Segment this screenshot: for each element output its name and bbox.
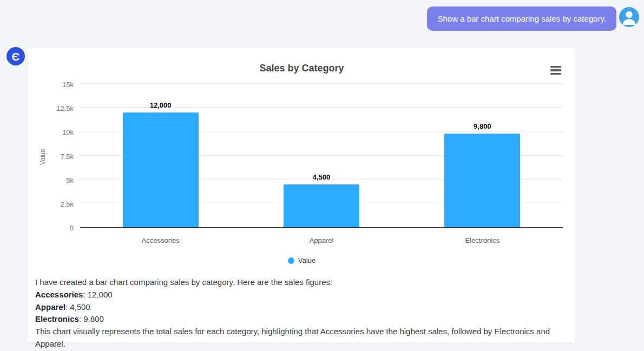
x-tick-label: Accessories (142, 236, 180, 244)
response-item: Apparel: 4,500 (35, 301, 570, 314)
menu-bar (550, 69, 561, 71)
response-text: I have created a bar chart comparing sal… (35, 276, 570, 350)
response-item: Accessories: 12,000 (35, 289, 570, 301)
plot-area: 12,0004,5009,800 (80, 85, 563, 228)
user-avatar (619, 7, 639, 27)
y-tick-label: 0 (28, 224, 74, 233)
response-item-label: Electronics (35, 314, 79, 323)
bar-value-label: 4,500 (313, 173, 331, 181)
response-item-label: Apparel (35, 302, 65, 312)
page: { "header": { "user_message": "Show a ba… (0, 0, 644, 351)
bar-electronics[interactable] (444, 134, 520, 227)
user-message-bubble: Show a bar chart comparing sales by cate… (427, 6, 616, 31)
person-icon (619, 7, 639, 27)
bar-value-label: 12,000 (150, 101, 172, 109)
response-items: Accessories: 12,000Apparel: 4,500Electro… (35, 289, 570, 326)
chart-card: Sales by Category Value 15k12.5k10k7.5k5… (28, 48, 575, 342)
bar-apparel[interactable] (284, 184, 359, 228)
y-axis-labels: 15k12.5k10k7.5k5k2.5k0 (28, 85, 74, 228)
x-tick-label: Apparel (310, 236, 334, 244)
chart-title: Sales by Category (28, 63, 575, 74)
y-tick-label: 2.5k (28, 200, 74, 209)
legend-item-value[interactable]: Value (288, 256, 316, 264)
response-summary: This chart visually represents the total… (35, 326, 570, 350)
bar-value-label: 9,800 (474, 122, 491, 130)
response-item-label: Accessories (35, 290, 83, 299)
legend: Value (28, 256, 575, 264)
y-tick-label: 12.5k (28, 104, 74, 113)
x-tick-label: Electronics (465, 236, 500, 244)
legend-label: Value (298, 256, 316, 264)
hamburger-menu-icon[interactable] (550, 66, 561, 75)
y-tick-label: 10k (28, 128, 74, 137)
menu-bar (550, 66, 561, 68)
response-intro: I have created a bar chart comparing sal… (35, 276, 570, 289)
y-tick-label: 5k (28, 176, 74, 185)
gridline (80, 83, 563, 84)
menu-bar (550, 73, 561, 75)
legend-dot-icon (288, 257, 294, 264)
assistant-logo-icon: Є (12, 51, 20, 62)
y-tick-label: 15k (28, 81, 74, 89)
y-tick-label: 7.5k (28, 153, 74, 161)
assistant-avatar: Є (6, 47, 25, 65)
bar-accessories[interactable] (123, 112, 199, 227)
x-axis-labels: AccessoriesApparelElectronics (80, 236, 563, 246)
response-item: Electronics: 9,800 (35, 313, 570, 326)
